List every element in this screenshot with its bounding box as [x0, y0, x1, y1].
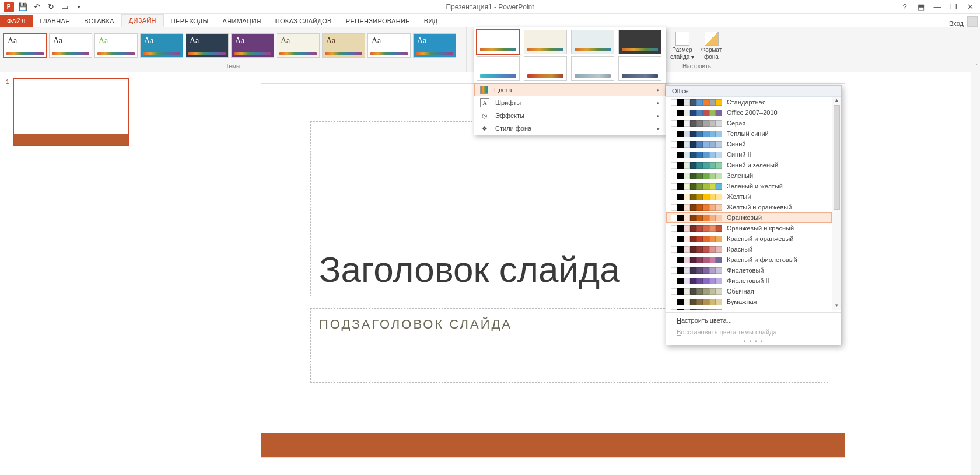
- fonts-icon: A: [480, 98, 489, 107]
- close-icon[interactable]: ✕: [963, 1, 978, 13]
- tab-transitions[interactable]: ПЕРЕХОДЫ: [164, 15, 216, 27]
- variant-thumb[interactable]: [618, 30, 662, 54]
- slide-size-icon: [676, 32, 690, 46]
- swatch-strip: [671, 257, 722, 263]
- redo-icon[interactable]: ↻: [44, 1, 57, 13]
- scroll-down-icon[interactable]: ▾: [832, 302, 841, 310]
- menu-item-bg-styles[interactable]: ❖ Стили фона ▸: [474, 122, 666, 135]
- undo-icon[interactable]: ↶: [30, 1, 43, 13]
- start-slideshow-icon[interactable]: ▭: [58, 1, 71, 13]
- swatch-strip: [671, 225, 722, 232]
- variants-dropdown: Цвета ▸ A Шрифты ▸ ◎ Эффекты ▸ ❖ Стили ф…: [474, 27, 666, 135]
- color-scheme-row[interactable]: Синий и зеленый: [666, 160, 832, 170]
- sign-in-link[interactable]: Вход: [949, 20, 964, 27]
- menu-item-fonts[interactable]: A Шрифты ▸: [474, 96, 666, 109]
- color-scheme-label: Фиолетовый II: [727, 277, 769, 284]
- color-scheme-label: Серая: [727, 120, 746, 127]
- tab-slideshow[interactable]: ПОКАЗ СЛАЙДОВ: [268, 15, 339, 27]
- format-background-button[interactable]: Формат фона: [698, 30, 725, 61]
- color-scheme-row[interactable]: Office 2007–2010: [666, 107, 832, 118]
- slide-size-button[interactable]: Размер слайда ▾: [669, 30, 696, 61]
- chevron-right-icon: ▸: [657, 100, 660, 106]
- color-scheme-label: Стандартная: [727, 99, 766, 106]
- theme-thumb[interactable]: Aa: [413, 33, 456, 58]
- color-scheme-row[interactable]: Желтый и оранжевый: [666, 202, 832, 212]
- colors-icon: [480, 86, 488, 94]
- minimize-icon[interactable]: —: [930, 1, 945, 13]
- tab-view[interactable]: ВИД: [417, 15, 445, 27]
- swatch-strip: [671, 204, 722, 211]
- color-scheme-row[interactable]: Синий II: [666, 149, 832, 160]
- theme-thumb[interactable]: Aa: [4, 33, 47, 58]
- quick-access-toolbar: P 💾 ↶ ↻ ▭ ▾: [0, 1, 85, 13]
- save-icon[interactable]: 💾: [16, 1, 29, 13]
- vertical-scrollbar[interactable]: [971, 72, 980, 475]
- color-scheme-row[interactable]: Фиолетовый II: [666, 275, 832, 286]
- scroll-up-icon[interactable]: ▴: [832, 97, 841, 105]
- tab-home[interactable]: ГЛАВНАЯ: [33, 15, 78, 27]
- theme-thumb[interactable]: Aa: [276, 33, 320, 58]
- resize-grip-icon[interactable]: • • • •: [666, 338, 841, 345]
- format-bg-icon: [705, 32, 719, 46]
- tab-insert[interactable]: ВСТАВКА: [77, 15, 121, 27]
- color-scheme-row[interactable]: Красный: [666, 244, 832, 254]
- color-scheme-label: Office 2007–2010: [727, 109, 778, 116]
- theme-thumb[interactable]: Aa: [322, 33, 365, 58]
- variant-thumb[interactable]: [524, 56, 567, 81]
- swatch-strip: [671, 309, 722, 311]
- color-scheme-label: Желтый: [727, 193, 751, 200]
- menu-item-colors[interactable]: Цвета ▸: [474, 83, 666, 96]
- variant-thumb[interactable]: [477, 30, 520, 54]
- color-scheme-row[interactable]: Оранжевый и красный: [666, 223, 832, 233]
- color-scheme-row[interactable]: Фиолетовый: [666, 265, 832, 275]
- title-bar: P 💾 ↶ ↻ ▭ ▾ Презентация1 - PowerPoint ? …: [0, 0, 980, 14]
- help-icon[interactable]: ?: [897, 1, 912, 13]
- color-scheme-row[interactable]: Бумажная: [666, 296, 832, 307]
- ribbon-tabs: ФАЙЛ ГЛАВНАЯ ВСТАВКА ДИЗАЙН ПЕРЕХОДЫ АНИ…: [0, 14, 980, 27]
- collapse-ribbon-icon[interactable]: ˆ: [976, 64, 978, 71]
- theme-thumb[interactable]: Aa: [186, 33, 229, 58]
- tab-animations[interactable]: АНИМАЦИЯ: [216, 15, 268, 27]
- color-scheme-label: Желтый и оранжевый: [727, 204, 792, 211]
- tab-design[interactable]: ДИЗАЙН: [121, 14, 164, 27]
- variant-thumb[interactable]: [571, 56, 614, 81]
- color-scheme-label: Обычная: [727, 288, 754, 295]
- avatar-icon[interactable]: [967, 16, 978, 27]
- group-label-customize: Настроить: [668, 63, 725, 71]
- theme-thumb[interactable]: Aa: [49, 33, 92, 58]
- tab-file[interactable]: ФАЙЛ: [0, 15, 33, 27]
- variant-thumb[interactable]: [524, 30, 567, 54]
- theme-thumb[interactable]: Aa: [368, 33, 411, 58]
- color-scheme-row[interactable]: Бегущая строка: [666, 307, 832, 310]
- color-scheme-row[interactable]: Зеленый и желтый: [666, 181, 832, 191]
- chevron-right-icon: ▸: [657, 113, 660, 118]
- theme-thumb[interactable]: Aa: [94, 33, 138, 58]
- color-scheme-row[interactable]: Серая: [666, 118, 832, 128]
- color-scheme-row[interactable]: Красный и оранжевый: [666, 233, 832, 244]
- color-scheme-row[interactable]: Теплый синий: [666, 128, 832, 139]
- color-scheme-label: Красный: [727, 246, 752, 253]
- theme-thumb[interactable]: Aa: [231, 33, 274, 58]
- restore-icon[interactable]: ❐: [946, 1, 961, 13]
- slide-thumbnail[interactable]: [13, 78, 129, 146]
- scroll-thumb[interactable]: [834, 105, 840, 210]
- color-scheme-row[interactable]: Синий: [666, 139, 832, 149]
- color-scheme-label: Бегущая строка: [727, 309, 774, 310]
- customize-colors-command[interactable]: Настроить цвета...: [666, 315, 841, 326]
- ribbon-display-icon[interactable]: ⬒: [914, 1, 929, 13]
- flyout-scrollbar[interactable]: ▴ ▾: [832, 97, 841, 310]
- theme-thumb[interactable]: Aa: [140, 33, 183, 58]
- color-scheme-row[interactable]: Желтый: [666, 191, 832, 202]
- color-scheme-row[interactable]: Красный и фиолетовый: [666, 254, 832, 265]
- color-scheme-row[interactable]: Оранжевый: [666, 212, 832, 223]
- color-scheme-row[interactable]: Зеленый: [666, 170, 832, 181]
- variant-thumb[interactable]: [571, 30, 614, 54]
- color-scheme-label: Красный и фиолетовый: [727, 256, 797, 263]
- color-scheme-row[interactable]: Обычная: [666, 286, 832, 296]
- variant-thumb[interactable]: [618, 56, 662, 81]
- color-scheme-row[interactable]: Стандартная: [666, 97, 832, 107]
- menu-item-effects[interactable]: ◎ Эффекты ▸: [474, 109, 666, 122]
- qat-customize-icon[interactable]: ▾: [72, 1, 85, 13]
- tab-review[interactable]: РЕЦЕНЗИРОВАНИЕ: [339, 15, 417, 27]
- variant-thumb[interactable]: [477, 56, 520, 81]
